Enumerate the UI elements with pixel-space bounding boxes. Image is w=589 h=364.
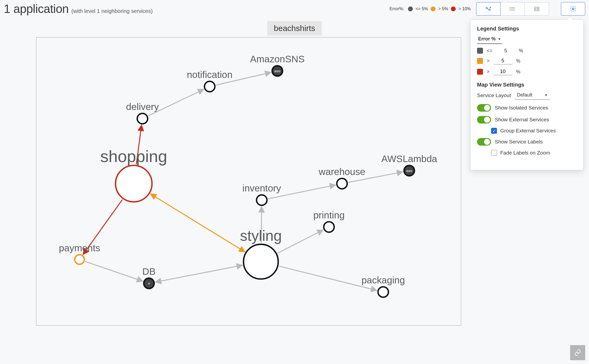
service-node-styling[interactable]: styling [240,228,282,279]
map-view-icon [485,6,492,12]
share-link-button[interactable] [570,345,585,360]
legend-dot-grey-icon [408,6,413,11]
legend-metric-value: Error % [478,36,496,42]
aws-icon: aws [274,69,280,73]
svg-point-17 [204,81,215,92]
threshold-input-red[interactable] [493,68,512,75]
service-label: AWSLambda [381,153,437,164]
threshold-op-grey: <= [487,48,492,54]
map-view-button[interactable] [476,2,501,16]
page-title-block: 1 application (with level 1 neighboring … [4,2,153,16]
legend-text-grey: <= 5% [416,6,428,11]
service-label: printing [313,210,345,220]
chevron-down-icon: ▼ [544,93,548,97]
error-legend: Error%: <= 5% > 5% > 10% [390,6,471,11]
service-node-AmazonSNS[interactable]: awsAmazonSNS [250,54,304,76]
service-label: DB [142,266,155,277]
toggle-show-external: Show External Services [477,116,577,123]
legend-metric-selector[interactable]: Error % ▼ [477,35,502,44]
checkbox-fade-labels[interactable] [491,150,497,156]
application-label: beachshirts [267,21,322,36]
label-fade-labels: Fade Labels on Zoom [500,150,550,156]
view-button-group [476,2,549,16]
header: 1 application (with level 1 neighboring … [0,0,589,16]
chevron-down-icon: ▼ [498,37,501,41]
svg-point-1 [489,9,490,11]
service-label: styling [240,228,282,244]
threshold-op-orange: > [487,58,490,64]
link-icon [574,349,581,356]
service-node-warehouse[interactable]: warehouse [318,166,365,189]
page-title: 1 application [4,2,69,16]
service-layout-label: Service Layout [477,92,511,98]
label-show-external: Show External Services [495,117,549,123]
svg-point-14 [572,8,574,10]
grid-view-icon [533,6,540,12]
settings-button[interactable] [561,2,585,16]
threshold-row-red: > % [477,68,577,75]
legend-dot-red-icon [451,6,456,11]
gear-icon [570,5,577,12]
threshold-op-red: > [487,69,490,75]
svg-rect-10 [534,7,536,9]
switch-show-labels[interactable] [477,138,491,146]
threshold-input-orange[interactable] [493,57,512,64]
list-view-icon [509,6,516,12]
edge-styling-printing [277,230,323,253]
checkbox-row-fade-labels: Fade Labels on Zoom [491,150,577,156]
toggle-show-labels: Show Service Labels [477,138,577,146]
svg-point-23 [337,178,347,189]
svg-rect-13 [537,9,539,11]
grid-view-button[interactable] [525,2,549,16]
switch-show-isolated[interactable] [477,104,491,112]
page-subtitle: (with level 1 neighboring services) [72,8,153,14]
threshold-swatch-red-icon [477,69,483,75]
threshold-row-orange: > % [477,57,577,64]
edge-payments-DB [85,262,143,281]
threshold-unit-orange: % [516,58,520,64]
switch-show-external[interactable] [477,116,491,123]
service-label: notification [187,69,232,80]
edge-styling-DB [155,265,242,282]
map-settings-title: Map View Settings [477,82,577,88]
service-label: shopping [100,147,167,166]
svg-line-3 [487,8,489,9]
checkbox-group-external[interactable]: ✓ [491,128,497,134]
service-node-inventory[interactable]: inventory [242,183,281,205]
database-icon: ≡ [148,281,150,286]
svg-point-26 [378,287,389,297]
threshold-value-grey: 5 [496,48,515,54]
header-right: Error%: <= 5% > 5% > 10% [390,2,585,16]
service-label: delivery [126,101,159,112]
service-layout-value: Default [517,92,532,98]
legend-settings-title: Legend Settings [477,26,577,32]
legend-text-red: > 10% [458,6,471,11]
svg-point-22 [256,195,267,205]
service-node-notification[interactable]: notification [187,69,232,92]
service-node-DB[interactable]: ≡DB [142,266,155,289]
threshold-row-grey: <= 5 % [477,48,577,54]
threshold-unit-red: % [516,69,520,75]
service-label: packaging [361,275,405,285]
label-show-labels: Show Service Labels [495,139,543,145]
service-node-packaging[interactable]: packaging [361,275,405,297]
service-layout-dropdown[interactable]: Default ▼ [515,91,550,100]
svg-point-15 [115,166,152,202]
service-node-payments[interactable]: payments [59,243,100,264]
aws-icon: aws [406,169,412,173]
label-show-isolated: Show Isolated Services [495,105,548,111]
service-map[interactable]: shoppingdeliverynotificationawsAmazonSNS… [36,37,461,326]
service-node-printing[interactable]: printing [313,210,345,232]
service-label: inventory [242,183,281,193]
label-group-external: Group External Services [500,128,556,134]
svg-rect-11 [537,7,539,9]
svg-point-21 [243,244,278,279]
service-label: payments [59,243,100,253]
svg-point-16 [137,114,148,124]
service-node-shopping[interactable]: shopping [100,147,167,202]
service-node-AWSLambda[interactable]: awsAWSLambda [381,153,437,176]
list-view-button[interactable] [501,2,525,16]
service-label: AmazonSNS [250,54,304,64]
threshold-unit-grey: % [519,48,523,54]
svg-point-25 [324,222,334,232]
